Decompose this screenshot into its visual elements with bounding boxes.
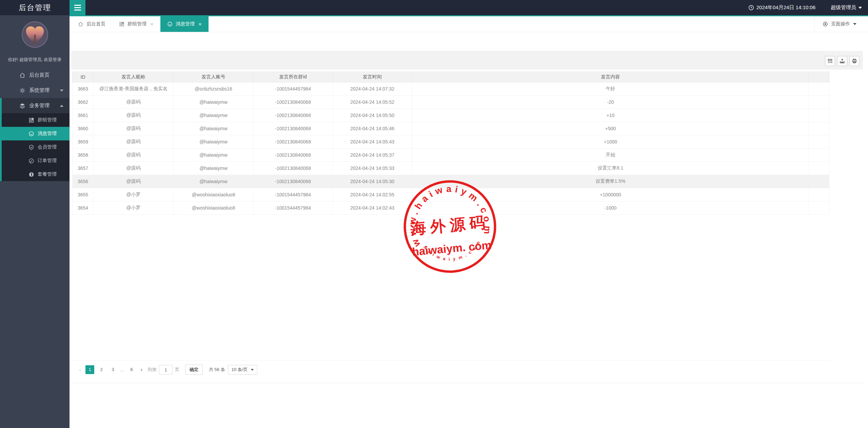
column-filter-button[interactable]	[825, 56, 835, 66]
sidebar-item-label: 会员管理	[38, 144, 57, 150]
package-icon	[28, 172, 34, 177]
goto-prefix-label: 到第	[148, 367, 157, 373]
page-number-1[interactable]: 1	[85, 365, 94, 374]
sidebar-item-label: 订单管理	[38, 158, 57, 164]
total-count-label: 共 56 条	[209, 367, 225, 373]
sidebar-item-home[interactable]: 后台首页	[0, 67, 70, 83]
chevron-up-icon	[60, 105, 63, 107]
cell-nickname: @小罗	[94, 188, 174, 201]
toolbar-band	[71, 51, 863, 70]
sidebar-item-orders[interactable]: 订单管理	[2, 154, 70, 168]
topbar-right: 2024年04月24日 14:10:06 超级管理员	[748, 4, 868, 11]
cell-nickname: @小罗	[94, 201, 174, 215]
grid-icon	[28, 117, 34, 123]
cell-empty	[809, 201, 829, 215]
table-row[interactable]: 3663 @江挽香港-美国服务器，免实名 @snbzhzsnsbs16 -100…	[73, 82, 829, 96]
cell-nickname: @源码	[94, 109, 174, 122]
column-filter-icon	[827, 58, 833, 64]
cell-id: 3659	[73, 135, 94, 149]
cell-group-id: -1002130840068	[254, 175, 333, 188]
page-number-3[interactable]: 3	[108, 365, 117, 374]
hamburger-icon	[74, 7, 81, 8]
datetime-text: 2024年04月24日 14:10:06	[756, 4, 815, 11]
sidebar: 你好! 超级管理员, 欢迎登录 后台首页 系统管理 业务管理	[0, 15, 70, 428]
tab-groups[interactable]: 群组管理 ×	[112, 16, 160, 32]
print-button[interactable]	[849, 56, 860, 66]
sidebar-item-groups[interactable]: 群组管理	[2, 113, 70, 127]
order-icon	[28, 158, 34, 164]
table-row[interactable]: 3662 @源码 @haiwaiymw -1002130840068 2024-…	[73, 96, 829, 109]
table-row[interactable]: 3659 @源码 @haiwaiymw -1002130840068 2024-…	[73, 135, 829, 149]
page-actions-dropdown[interactable]: 页面操作	[814, 16, 868, 32]
sidebar-item-system[interactable]: 系统管理	[0, 83, 70, 98]
messages-table: ID 发言人昵称 发言人账号 发言所在群id 发言时间 发言内容 3663 @	[72, 72, 829, 215]
admin-page: 后台管理 2024年04月24日 14:10:06 超级管理员	[0, 0, 868, 428]
close-icon[interactable]: ×	[150, 21, 154, 27]
sidebar-item-business[interactable]: 业务管理	[2, 98, 70, 113]
close-icon[interactable]: ×	[198, 21, 202, 27]
goto-page-input[interactable]	[159, 365, 173, 374]
hamburger-icon	[74, 9, 81, 11]
cell-id: 3662	[73, 96, 94, 109]
page-number-2[interactable]: 2	[97, 365, 106, 374]
cell-content: +10	[412, 109, 809, 122]
cell-group-id: -1002130840068	[254, 96, 333, 109]
home-icon	[19, 72, 25, 78]
cell-nickname: @源码	[94, 96, 174, 109]
user-name: 超级管理员	[831, 4, 856, 11]
sidebar-item-messages[interactable]: 消息管理	[2, 127, 70, 140]
avatar[interactable]	[22, 21, 48, 48]
user-menu[interactable]: 超级管理员	[831, 4, 862, 11]
tab-label: 消息管理	[176, 21, 195, 27]
sidebar-item-label: 套餐管理	[38, 171, 57, 177]
tab-home[interactable]: 后台首页	[71, 16, 112, 32]
cell-id: 3657	[73, 162, 94, 175]
home-icon	[78, 21, 83, 27]
table-row[interactable]: 3656 @源码 @haiwaiymw -1002130840068 2024-…	[73, 175, 829, 188]
tab-messages[interactable]: 消息管理 ×	[160, 16, 209, 32]
print-icon	[852, 58, 857, 64]
page-ellipsis: …	[120, 367, 124, 372]
topbar: 后台管理 2024年04月24日 14:10:06 超级管理员	[0, 0, 868, 15]
sidebar-item-label: 群组管理	[38, 117, 57, 123]
table-row[interactable]: 3657 @源码 @haiwaiymw -1002130840068 2024-…	[73, 162, 829, 175]
page-size-value: 10 条/页	[232, 367, 248, 373]
cell-content: 午好	[412, 82, 809, 96]
page-size-select[interactable]: 10 条/页	[228, 365, 258, 375]
table-row[interactable]: 3655 @小罗 @woshixiaoxiaoluo8 -10015444579…	[73, 188, 829, 201]
prev-page-button[interactable]: ‹	[76, 366, 84, 373]
cell-content: +1000000	[412, 188, 809, 201]
sidebar-item-label: 消息管理	[38, 131, 57, 137]
datetime-display: 2024年04月24日 14:10:06	[748, 4, 815, 11]
page-number-6[interactable]: 6	[127, 365, 136, 374]
cell-time: 2024-04-24 14:02:55	[333, 188, 412, 201]
export-button[interactable]	[837, 56, 847, 66]
cell-time: 2024-04-24 14:05:52	[333, 96, 412, 109]
sidebar-menu: 后台首页 系统管理 业务管理 群组管理	[0, 67, 70, 181]
cell-account: @haiwaiymw	[174, 109, 254, 122]
cell-time: 2024-04-24 14:07:32	[333, 82, 412, 96]
cell-id: 3658	[73, 149, 94, 162]
layers-icon	[19, 103, 25, 109]
table-row[interactable]: 3660 @源码 @haiwaiymw -1002130840068 2024-…	[73, 122, 829, 135]
table-row[interactable]: 3654 @小罗 @woshixiaoxiaoluo8 -10015444579…	[73, 201, 829, 215]
cell-account: @haiwaiymw	[174, 135, 254, 149]
gear-icon	[19, 87, 25, 94]
cell-account: @woshixiaoxiaoluo8	[174, 188, 254, 201]
cell-time: 2024-04-24 14:02:43	[333, 201, 412, 215]
col-header-time: 发言时间	[333, 72, 412, 82]
next-page-button[interactable]: ›	[137, 366, 145, 373]
welcome-text: 你好! 超级管理员, 欢迎登录	[0, 57, 70, 63]
cell-id: 3660	[73, 122, 94, 135]
cell-nickname: @源码	[94, 149, 174, 162]
sidebar-item-members[interactable]: 会员管理	[2, 140, 70, 154]
sidebar-toggle-button[interactable]	[70, 0, 85, 15]
cell-nickname: @江挽香港-美国服务器，免实名	[94, 82, 174, 96]
confirm-button[interactable]: 确定	[185, 365, 203, 375]
cell-content: -1000	[412, 201, 809, 215]
table-row[interactable]: 3658 @源码 @haiwaiymw -1002130840068 2024-…	[73, 149, 829, 162]
table-row[interactable]: 3661 @源码 @haiwaiymw -1002130840068 2024-…	[73, 109, 829, 122]
cell-id: 3656	[73, 175, 94, 188]
sidebar-item-packages[interactable]: 套餐管理	[2, 168, 70, 181]
cell-account: @haiwaiymw	[174, 96, 254, 109]
